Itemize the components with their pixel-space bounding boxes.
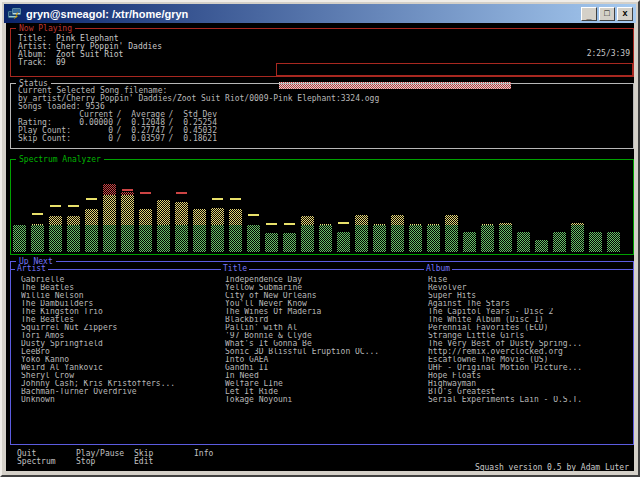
now-playing-panel: Now Playing Title:Pink Elephant Artist:C…: [10, 28, 634, 77]
spectrum-bar: [319, 162, 332, 252]
playlist-cell-album: Perennial Favorites (ECD): [428, 324, 548, 332]
peak-marker: [86, 198, 97, 200]
up-next-panel: Up Next Artist Title Album GabrielleInde…: [10, 261, 634, 445]
playlist-cell-album: Against The Stars: [428, 300, 510, 308]
spectrum-bar-segment: [481, 225, 494, 252]
playlist-row[interactable]: Tori Amos'97 Bonnie & ClydeStrange Littl…: [21, 332, 631, 340]
spectrum-bar-segment: [301, 225, 314, 252]
playlist-row[interactable]: GabrielleIndependence DayRise: [21, 276, 631, 284]
spectrum-bar: [193, 162, 206, 252]
spectrum-bar: [481, 162, 494, 252]
playlist-row[interactable]: Dusty SpringfieldWhat's It Gonna BeThe V…: [21, 340, 631, 348]
playlist-row[interactable]: The DambuildersYou'll Never KnowAgainst …: [21, 300, 631, 308]
progress-bar[interactable]: [276, 63, 633, 76]
peak-marker: [266, 223, 277, 225]
spectrum-bar-segment: [139, 209, 152, 225]
peak-marker: [230, 198, 241, 200]
spectrum-bar: [229, 162, 242, 252]
playlist-row[interactable]: Weird Al YankovicGandhi IIUHF - Original…: [21, 364, 631, 372]
playlist-cell-album: Rise: [428, 276, 447, 284]
spectrum-bar-segment: [103, 184, 116, 196]
playlist-row[interactable]: Bachman-Turner OverdriveLet It RideBTO's…: [21, 388, 631, 396]
playlist-cell-album: UHF - Original Motion Picture...: [428, 364, 582, 372]
spectrum-bar-segment: [445, 215, 458, 225]
spectrum-bar: [607, 162, 620, 252]
spectrum-bar: [463, 162, 476, 252]
spectrum-bars: [13, 162, 631, 252]
playlist-cell-title: Yellow Submarine: [225, 284, 302, 292]
spectrum-bar-segment: [301, 216, 314, 225]
skip-count-label: Skip Count:: [18, 135, 73, 143]
menu-edit[interactable]: Edit: [134, 458, 153, 466]
playlist-cell-artist: Weird Al Yankovic: [21, 364, 103, 372]
playlist-cell-title: Into GAEA: [225, 356, 268, 364]
spectrum-bar: [265, 162, 278, 252]
menu-info[interactable]: Info: [194, 450, 213, 458]
playlist-cell-album: Super Hits: [428, 292, 476, 300]
playlist-row[interactable]: LeeBroSonic 3D Blissful Eruption OC...ht…: [21, 348, 631, 356]
playlist-cell-artist: The Dambuilders: [21, 300, 93, 308]
playlist-cell-artist: The Beatles: [21, 316, 74, 324]
playlist-row[interactable]: Squirrel Nut ZippersPallin' with AlPeren…: [21, 324, 631, 332]
spectrum-bar-segment: [31, 224, 44, 225]
spectrum-bar: [373, 162, 386, 252]
spectrum-bar-segment: [517, 232, 530, 252]
peak-marker: [122, 189, 133, 191]
spectrum-bar-segment: [373, 224, 386, 225]
spectrum-bar-segment: [175, 202, 188, 225]
spectrum-bar-segment: [409, 225, 422, 252]
spectrum-bar-segment: [157, 225, 170, 252]
spectrum-bar: [391, 162, 404, 252]
peak-marker: [50, 205, 61, 207]
minimize-button[interactable]: _: [581, 7, 597, 21]
spectrum-bar-segment: [31, 225, 44, 252]
close-button[interactable]: x: [617, 7, 633, 21]
playlist-row[interactable]: The BeatlesYellow SubmarineRevolver: [21, 284, 631, 292]
spectrum-bar-segment: [67, 216, 80, 225]
playlist-row[interactable]: The BeatlesBlackbirdThe White Album (Dis…: [21, 316, 631, 324]
spectrum-bar-segment: [85, 225, 98, 252]
playlist-cell-title: Let It Ride: [225, 388, 278, 396]
spectrum-bar: [49, 162, 62, 252]
spectrum-bar-segment: [499, 223, 512, 225]
spectrum-bar-segment: [355, 215, 368, 225]
maximize-button[interactable]: □: [599, 7, 615, 21]
spectrum-bar: [517, 162, 530, 252]
playlist-cell-artist: The Beatles: [21, 284, 74, 292]
playlist-row[interactable]: The Kingston TrioThe Wines Of MaderiaThe…: [21, 308, 631, 316]
peak-marker: [248, 214, 259, 216]
spectrum-bar: [247, 162, 260, 252]
app-window: gryn@smeagol: /xtr/home/gryn _ □ x Now P…: [0, 0, 640, 477]
spectrum-bar-segment: [67, 225, 80, 252]
playlist-row[interactable]: Sheryl CrowIn NeedHope Floats: [21, 372, 631, 380]
spectrum-bar-segment: [391, 225, 404, 252]
column-header-album: Album: [424, 265, 452, 273]
spectrum-bar-segment: [121, 225, 134, 252]
spectrum-bar: [139, 162, 152, 252]
spectrum-bar: [301, 162, 314, 252]
column-header-title: Title: [221, 265, 249, 273]
playlist-row[interactable]: Johnny Cash; Kris Kristoffers...Welfare …: [21, 380, 631, 388]
spectrum-bar-segment: [607, 232, 620, 252]
playlist-cell-title: Gandhi II: [225, 364, 268, 372]
spectrum-bar-segment: [409, 224, 422, 225]
title-bar[interactable]: gryn@smeagol: /xtr/home/gryn _ □ x: [4, 4, 636, 23]
playlist-cell-artist: Tori Amos: [21, 332, 64, 340]
playlist-row[interactable]: UnknownTokage NoyouniSerial Experiments …: [21, 396, 631, 404]
menu-spectrum[interactable]: Spectrum: [17, 458, 56, 466]
maximize-icon: □: [604, 9, 609, 18]
skip-count-row: Skip Count:0/0.03597/0.18621: [18, 135, 217, 143]
playlist-cell-artist: Johnny Cash; Kris Kristoffers...: [21, 380, 175, 388]
spectrum-bar-segment: [463, 232, 476, 252]
terminal-screen[interactable]: Now Playing Title:Pink Elephant Artist:C…: [6, 23, 634, 471]
playlist-row[interactable]: Willie NelsonCity of New OrleansSuper Hi…: [21, 292, 631, 300]
spectrum-bar-segment: [229, 209, 242, 225]
playlist-row[interactable]: Yoko KannoInto GAEAEscaflowne The Movie …: [21, 356, 631, 364]
playlist-cell-title: What's It Gonna Be: [225, 340, 312, 348]
playlist-cell-artist: Unknown: [21, 396, 55, 404]
menu-stop[interactable]: Stop: [76, 458, 95, 466]
spectrum-bar: [121, 162, 134, 252]
spectrum-bar: [31, 162, 44, 252]
spectrum-bar-segment: [211, 225, 224, 252]
playlist: GabrielleIndependence DayRiseThe Beatles…: [21, 276, 631, 404]
